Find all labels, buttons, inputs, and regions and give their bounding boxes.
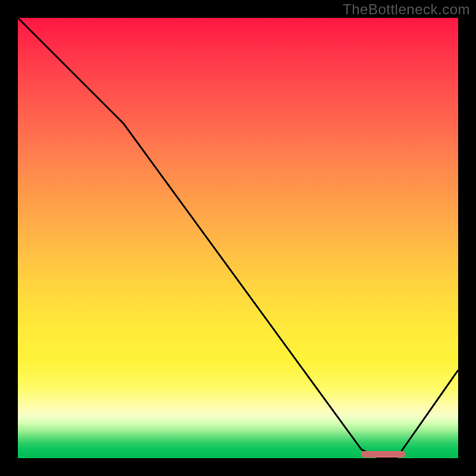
chart-frame: TheBottleneck.com <box>0 0 476 476</box>
watermark-text: TheBottleneck.com <box>343 1 470 18</box>
bottleneck-curve-path <box>18 18 458 458</box>
plot-area <box>18 18 458 458</box>
curve-layer <box>18 18 458 458</box>
optimal-range-marker <box>361 451 405 458</box>
